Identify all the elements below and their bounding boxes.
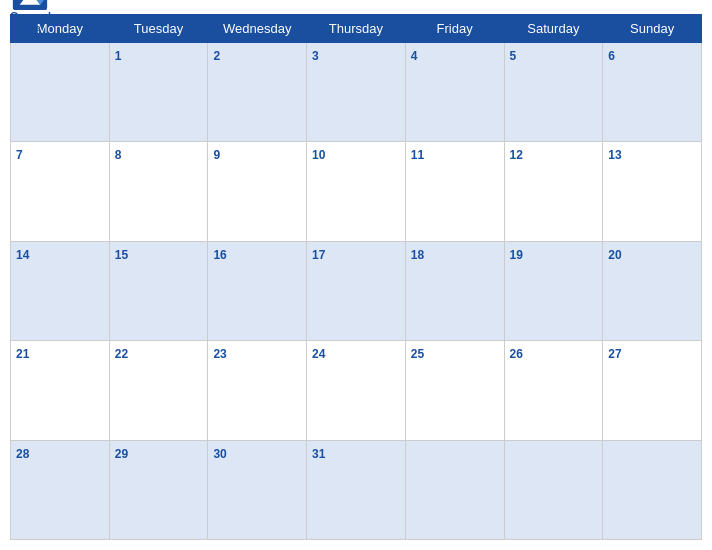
day-cell-26: 26 bbox=[504, 341, 603, 440]
logo: General Blue bbox=[10, 0, 51, 34]
day-cell-19: 19 bbox=[504, 241, 603, 340]
day-number: 9 bbox=[213, 148, 220, 162]
day-number: 18 bbox=[411, 248, 424, 262]
day-cell-1: 1 bbox=[109, 43, 208, 142]
day-number: 30 bbox=[213, 447, 226, 461]
week-row-5: 28293031 bbox=[11, 440, 702, 539]
empty-cell bbox=[603, 440, 702, 539]
day-number: 25 bbox=[411, 347, 424, 361]
weekday-header-row: MondayTuesdayWednesdayThursdayFridaySatu… bbox=[11, 15, 702, 43]
day-number: 21 bbox=[16, 347, 29, 361]
day-cell-12: 12 bbox=[504, 142, 603, 241]
day-number: 19 bbox=[510, 248, 523, 262]
day-cell-14: 14 bbox=[11, 241, 110, 340]
week-row-1: 123456 bbox=[11, 43, 702, 142]
day-number: 8 bbox=[115, 148, 122, 162]
day-number: 3 bbox=[312, 49, 319, 63]
day-cell-17: 17 bbox=[307, 241, 406, 340]
weekday-wednesday: Wednesday bbox=[208, 15, 307, 43]
day-cell-3: 3 bbox=[307, 43, 406, 142]
day-cell-8: 8 bbox=[109, 142, 208, 241]
day-number: 6 bbox=[608, 49, 615, 63]
weekday-tuesday: Tuesday bbox=[109, 15, 208, 43]
day-cell-2: 2 bbox=[208, 43, 307, 142]
empty-cell bbox=[405, 440, 504, 539]
day-cell-7: 7 bbox=[11, 142, 110, 241]
calendar-table: MondayTuesdayWednesdayThursdayFridaySatu… bbox=[10, 14, 702, 540]
week-row-2: 78910111213 bbox=[11, 142, 702, 241]
day-number: 5 bbox=[510, 49, 517, 63]
day-number: 7 bbox=[16, 148, 23, 162]
day-number: 12 bbox=[510, 148, 523, 162]
day-number: 17 bbox=[312, 248, 325, 262]
day-number: 29 bbox=[115, 447, 128, 461]
empty-cell bbox=[504, 440, 603, 539]
day-cell-13: 13 bbox=[603, 142, 702, 241]
day-cell-18: 18 bbox=[405, 241, 504, 340]
day-cell-31: 31 bbox=[307, 440, 406, 539]
day-number: 27 bbox=[608, 347, 621, 361]
day-number: 15 bbox=[115, 248, 128, 262]
day-cell-23: 23 bbox=[208, 341, 307, 440]
day-cell-28: 28 bbox=[11, 440, 110, 539]
day-cell-22: 22 bbox=[109, 341, 208, 440]
day-cell-25: 25 bbox=[405, 341, 504, 440]
day-cell-15: 15 bbox=[109, 241, 208, 340]
day-cell-11: 11 bbox=[405, 142, 504, 241]
day-number: 11 bbox=[411, 148, 424, 162]
day-cell-16: 16 bbox=[208, 241, 307, 340]
day-number: 2 bbox=[213, 49, 220, 63]
day-number: 22 bbox=[115, 347, 128, 361]
day-number: 10 bbox=[312, 148, 325, 162]
week-row-3: 14151617181920 bbox=[11, 241, 702, 340]
week-row-4: 21222324252627 bbox=[11, 341, 702, 440]
day-cell-24: 24 bbox=[307, 341, 406, 440]
day-cell-5: 5 bbox=[504, 43, 603, 142]
day-number: 26 bbox=[510, 347, 523, 361]
weekday-thursday: Thursday bbox=[307, 15, 406, 43]
weekday-sunday: Sunday bbox=[603, 15, 702, 43]
day-cell-29: 29 bbox=[109, 440, 208, 539]
day-number: 14 bbox=[16, 248, 29, 262]
weekday-saturday: Saturday bbox=[504, 15, 603, 43]
day-number: 4 bbox=[411, 49, 418, 63]
day-cell-6: 6 bbox=[603, 43, 702, 142]
day-cell-9: 9 bbox=[208, 142, 307, 241]
day-number: 1 bbox=[115, 49, 122, 63]
day-number: 13 bbox=[608, 148, 621, 162]
day-number: 31 bbox=[312, 447, 325, 461]
day-number: 16 bbox=[213, 248, 226, 262]
day-number: 28 bbox=[16, 447, 29, 461]
day-cell-27: 27 bbox=[603, 341, 702, 440]
day-number: 24 bbox=[312, 347, 325, 361]
day-cell-10: 10 bbox=[307, 142, 406, 241]
day-number: 23 bbox=[213, 347, 226, 361]
day-number: 20 bbox=[608, 248, 621, 262]
empty-cell bbox=[11, 43, 110, 142]
day-cell-4: 4 bbox=[405, 43, 504, 142]
weekday-friday: Friday bbox=[405, 15, 504, 43]
day-cell-30: 30 bbox=[208, 440, 307, 539]
day-cell-20: 20 bbox=[603, 241, 702, 340]
day-cell-21: 21 bbox=[11, 341, 110, 440]
